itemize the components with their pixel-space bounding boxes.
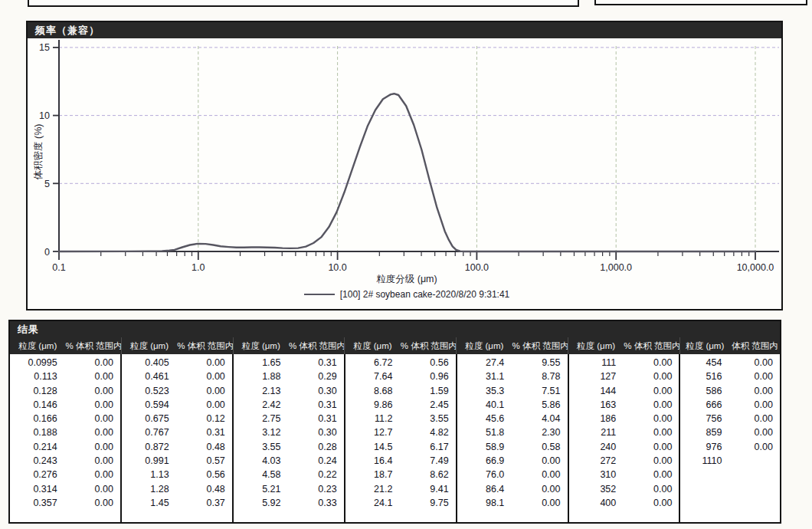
cell-size-um: 144 — [569, 384, 629, 398]
cell-size-um: 859 — [680, 426, 734, 439]
table-row: 0.1880.00 — [10, 426, 120, 439]
cell-size-um: 666 — [680, 398, 734, 412]
x-tick-label: 1.0 — [192, 262, 205, 273]
cell-volume-percent: 0.00 — [70, 398, 120, 412]
table-row: 1.450.37 — [122, 496, 232, 510]
cell-size-um: 0.214 — [10, 440, 70, 454]
chart-panel-title: 频率（兼容） — [28, 22, 781, 38]
cell-size-um: 45.6 — [457, 412, 517, 426]
table-row: 98.10.00 — [457, 496, 568, 510]
table-row: 4000.00 — [569, 496, 679, 510]
col-header-volume-in-range: % 体积 范围内 — [512, 340, 568, 352]
table-row: 0.4050.00 — [122, 356, 232, 370]
cell-size-um: 1.88 — [234, 370, 293, 383]
table-row: 1110 — [680, 454, 780, 468]
cell-size-um: 3.12 — [234, 426, 293, 439]
cell-size-um: 14.5 — [345, 440, 405, 454]
cell-volume-percent: 0.00 — [628, 440, 679, 454]
table-row: 3.120.30 — [234, 426, 344, 439]
cell-size-um: 2.75 — [234, 412, 293, 426]
cell-volume-percent: 0.00 — [70, 496, 120, 510]
results-col-group-header: 粒度 (μm)% 体积 范围内 — [233, 337, 345, 354]
table-row: 4.580.22 — [234, 468, 344, 481]
table-row: 0.1460.00 — [10, 398, 120, 412]
cell-size-um: 7.64 — [345, 370, 405, 383]
table-row: 12.74.82 — [345, 426, 456, 439]
cell-size-um: 5.21 — [234, 482, 293, 496]
cell-volume-percent: 0.00 — [734, 356, 780, 370]
results-col-group: 1110.001270.001440.001630.001860.002110.… — [569, 354, 681, 522]
cell-volume-percent: 8.78 — [516, 370, 567, 383]
table-row: 1860.00 — [569, 412, 679, 426]
results-panel: 结果 粒度 (μm)% 体积 范围内粒度 (μm)% 体积 范围内粒度 (μm)… — [8, 320, 781, 524]
cell-size-um: 18.7 — [345, 468, 405, 481]
cell-volume-percent: 0.31 — [293, 398, 344, 412]
cell-volume-percent: 0.30 — [293, 384, 344, 398]
cell-size-um: 2.13 — [234, 384, 293, 398]
cell-size-um: 12.7 — [345, 426, 405, 439]
cell-volume-percent: 0.00 — [70, 454, 120, 468]
cell-volume-percent: 9.75 — [404, 496, 455, 510]
cell-volume-percent: 0.56 — [182, 468, 232, 481]
cell-size-um: 40.1 — [457, 398, 517, 412]
table-row: 9760.00 — [680, 440, 780, 454]
cell-volume-percent: 0.57 — [182, 454, 232, 468]
cell-volume-percent: 0.00 — [628, 398, 679, 412]
cell-size-um: 0.188 — [10, 426, 70, 439]
cell-size-um: 4.03 — [234, 454, 293, 468]
cell-volume-percent: 0.30 — [293, 426, 344, 439]
cell-volume-percent: 0.00 — [628, 356, 679, 370]
cell-size-um: 454 — [680, 356, 734, 370]
table-row: 1110.00 — [569, 356, 679, 370]
cell-volume-percent: 0.48 — [182, 482, 232, 496]
results-col-group: 6.720.567.640.968.681.599.862.4511.23.55… — [345, 354, 457, 522]
table-row: 1440.00 — [569, 384, 679, 398]
table-row: 6660.00 — [680, 398, 780, 412]
table-row: 0.2760.00 — [10, 468, 120, 481]
cell-size-um: 98.1 — [457, 496, 517, 510]
cell-volume-percent — [734, 454, 780, 468]
table-row: 0.1660.00 — [10, 412, 120, 426]
cell-volume-percent: 0.22 — [293, 468, 344, 481]
cell-size-um: 5.92 — [234, 496, 293, 510]
col-header-size: 粒度 (μm) — [568, 340, 624, 352]
cell-volume-percent: 0.00 — [628, 454, 679, 468]
col-header-volume-in-range: % 体积 范围内 — [65, 340, 120, 352]
cell-size-um: 211 — [569, 426, 629, 439]
cell-volume-percent: 0.00 — [628, 426, 679, 439]
cell-size-um: 0.128 — [10, 384, 70, 398]
cell-size-um: 58.9 — [457, 440, 517, 454]
cell-volume-percent: 9.41 — [404, 482, 455, 496]
table-row: 18.78.62 — [345, 468, 456, 481]
table-row: 0.5230.00 — [122, 384, 232, 398]
cell-volume-percent: 6.17 — [404, 440, 455, 454]
table-row: 86.40.00 — [457, 482, 568, 496]
col-header-volume-in-range: % 体积 范围内 — [289, 340, 344, 352]
table-row: 0.2430.00 — [10, 454, 120, 468]
cell-volume-percent: 0.33 — [293, 496, 344, 510]
table-row: 7560.00 — [680, 412, 780, 426]
cell-size-um: 0.767 — [122, 426, 182, 439]
cell-size-um: 516 — [680, 370, 734, 383]
cell-volume-percent: 2.45 — [404, 398, 455, 412]
col-header-size: 粒度 (μm) — [10, 340, 65, 352]
cell-volume-percent: 0.24 — [293, 454, 344, 468]
y-tick-label: 5 — [44, 179, 50, 189]
cell-size-um: 66.9 — [457, 454, 517, 468]
table-row: 3520.00 — [569, 482, 679, 496]
cell-size-um: 0.594 — [122, 398, 182, 412]
cell-size-um: 1.45 — [122, 496, 182, 510]
cell-volume-percent: 0.56 — [404, 356, 455, 370]
cell-volume-percent: 0.00 — [70, 412, 120, 426]
cell-size-um: 0.146 — [10, 398, 70, 412]
cell-size-um: 0.461 — [122, 370, 182, 383]
cell-volume-percent: 0.31 — [293, 356, 344, 370]
cell-size-um: 4.58 — [234, 468, 293, 481]
table-row: 0.09950.00 — [10, 356, 120, 370]
cell-volume-percent: 0.00 — [734, 384, 780, 398]
table-row: 27.49.55 — [457, 356, 568, 370]
table-row: 0.1130.00 — [10, 370, 120, 383]
cropped-upper-left-box — [28, 0, 579, 7]
cell-volume-percent: 0.00 — [182, 398, 232, 412]
results-col-group: 4540.005160.005860.006660.007560.008590.… — [680, 354, 780, 522]
